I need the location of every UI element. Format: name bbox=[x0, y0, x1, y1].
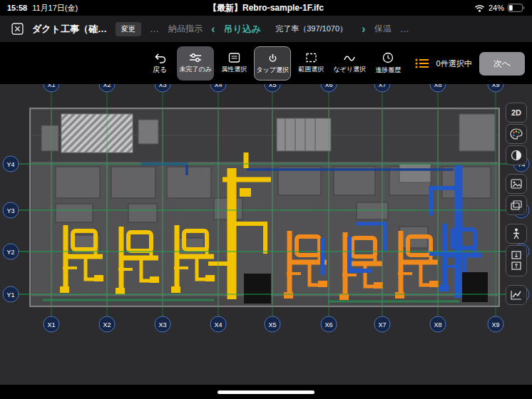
process-nav-bar: ダクト工事（確… 変更 … 納品指示 ‹ 吊り込み 完了率（397/1070） … bbox=[0, 16, 532, 43]
attribute-select-button[interactable]: 属性選択 bbox=[215, 46, 252, 81]
palette-icon bbox=[510, 128, 523, 140]
contrast-icon bbox=[511, 150, 522, 161]
clock: 15:58 bbox=[7, 4, 27, 12]
layers-icon bbox=[511, 200, 522, 210]
filter-incomplete-button[interactable]: 未完了のみ bbox=[177, 46, 214, 81]
viewport: 2D bbox=[0, 84, 532, 385]
change-button[interactable]: 変更 bbox=[116, 22, 141, 36]
trace-select-button[interactable]: なぞり選択 bbox=[331, 46, 368, 81]
range-select-button[interactable]: 範囲選択 bbox=[292, 46, 329, 81]
grid-bubble: X5 bbox=[265, 316, 281, 333]
floor-plan bbox=[0, 84, 532, 385]
next-step-chevron[interactable]: › bbox=[362, 23, 366, 35]
step-current[interactable]: 吊り込み bbox=[224, 23, 262, 36]
grid-bubble: X2 bbox=[99, 316, 116, 333]
back-label: 戻る bbox=[153, 65, 167, 75]
attribute-list-icon bbox=[228, 53, 240, 63]
tool-label: 範囲選択 bbox=[298, 65, 324, 74]
2d-label: 2D bbox=[511, 108, 521, 117]
bottom-bar bbox=[0, 385, 532, 399]
date: 11月17日(金) bbox=[32, 3, 78, 14]
selection-status: 0件選択中 bbox=[436, 58, 472, 69]
prev-step-chevron[interactable]: ‹ bbox=[211, 23, 215, 35]
status-bar: 15:58 11月17日(金) 【最新】Rebro-sample-1F.ifc … bbox=[0, 0, 532, 16]
selection-list-icon[interactable] bbox=[415, 58, 429, 69]
grid-bubble: X7 bbox=[374, 316, 391, 333]
more-left[interactable]: … bbox=[150, 24, 160, 34]
tool-label: 進捗履歴 bbox=[375, 66, 401, 75]
grid-bubble: Y4 bbox=[3, 156, 19, 172]
battery-icon bbox=[508, 4, 525, 12]
tool-bar: 戻る 未完了のみ 属性選択 タップ選択 範囲選択 bbox=[0, 43, 532, 84]
view-side-toolbar: 2D bbox=[506, 103, 527, 305]
filter-sliders-icon bbox=[189, 53, 202, 63]
back-button[interactable]: 戻る bbox=[153, 53, 167, 75]
battery-percent: 24% bbox=[488, 4, 504, 12]
tool-label: 属性選択 bbox=[221, 65, 247, 74]
grid-bubble: X8 bbox=[430, 316, 446, 333]
selection-tools: 未完了のみ 属性選択 タップ選択 範囲選択 なぞり選択 bbox=[177, 46, 406, 81]
chart-icon bbox=[511, 290, 522, 300]
completion-rate: 完了率（397/1070） bbox=[275, 24, 347, 34]
floor-plan-canvas[interactable] bbox=[0, 84, 532, 385]
layers-button[interactable] bbox=[506, 195, 527, 215]
wifi-icon bbox=[474, 4, 485, 12]
progress-chart-button[interactable] bbox=[506, 285, 527, 305]
grid-bubble: Y3 bbox=[3, 202, 19, 219]
status-left: 15:58 11月17日(金) bbox=[7, 3, 78, 14]
step-insulation[interactable]: 保温 bbox=[374, 23, 392, 35]
status-right: 24% bbox=[474, 4, 525, 12]
squiggle-icon bbox=[343, 53, 356, 63]
section-box-button[interactable] bbox=[506, 245, 527, 276]
walkthrough-button[interactable] bbox=[506, 224, 527, 244]
tool-label: タップ選択 bbox=[256, 66, 289, 75]
tool-label: 未完了のみ bbox=[180, 65, 212, 74]
image-icon bbox=[511, 179, 522, 189]
grid-bubble: Y2 bbox=[3, 244, 19, 260]
more-right[interactable]: … bbox=[400, 24, 410, 34]
step-delivery[interactable]: 納品指示 bbox=[168, 23, 203, 35]
grid-bubble: Y1 bbox=[3, 286, 19, 303]
toolbar-right: 0件選択中 次へ bbox=[415, 52, 525, 76]
person-icon bbox=[511, 228, 521, 239]
next-button[interactable]: 次へ bbox=[479, 52, 525, 76]
color-palette-button[interactable] bbox=[506, 124, 527, 144]
grid-bubble: X4 bbox=[210, 316, 227, 333]
snapshot-button[interactable] bbox=[506, 174, 527, 194]
progress-history-button[interactable]: 進捗履歴 bbox=[369, 46, 406, 81]
close-button[interactable] bbox=[11, 23, 24, 35]
document-title: 【最新】Rebro-sample-1F.ifc bbox=[0, 2, 532, 14]
grid-bubble: X1 bbox=[44, 316, 60, 333]
contrast-button[interactable] bbox=[506, 145, 527, 165]
clock-icon bbox=[382, 52, 394, 63]
view-2d-button[interactable]: 2D bbox=[506, 103, 527, 123]
section-arrows-icon bbox=[511, 250, 522, 271]
grid-bubble: X6 bbox=[321, 316, 337, 333]
grid-bubble: X3 bbox=[155, 316, 171, 333]
project-title: ダクト工事（確… bbox=[32, 23, 107, 36]
dashed-rect-icon bbox=[305, 53, 317, 63]
grid-bubble: X9 bbox=[488, 316, 504, 333]
tap-select-button[interactable]: タップ選択 bbox=[254, 46, 291, 81]
home-indicator[interactable] bbox=[218, 390, 314, 394]
tool-label: なぞり選択 bbox=[333, 65, 366, 74]
undo-arrow-icon bbox=[153, 53, 167, 63]
tap-icon bbox=[267, 53, 278, 63]
